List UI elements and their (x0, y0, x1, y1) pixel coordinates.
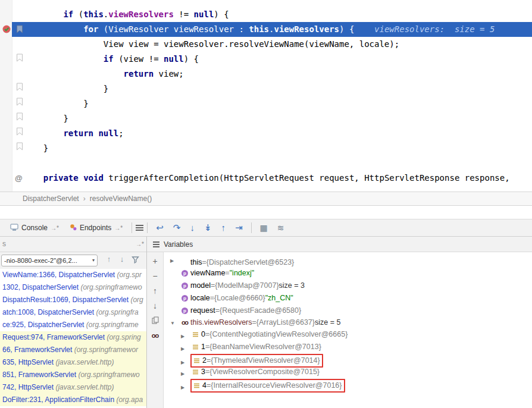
code-line[interactable]: View view = viewResolver.resolveViewName… (23, 37, 532, 52)
frame-package: (org (130, 296, 143, 304)
frame-row[interactable]: 742, HttpServlet (javax.servlet.http) (0, 381, 146, 394)
code-line[interactable]: for (ViewResolver viewResolver : this.vi… (23, 22, 532, 37)
step-out-icon[interactable]: ↑ (221, 219, 226, 236)
menu-icon[interactable] (136, 225, 143, 231)
frame-row[interactable]: atch:1008, DispatcherServlet (org.spring… (0, 306, 146, 319)
code-line[interactable]: } (23, 111, 532, 126)
variable-size-hint: size = 5 (315, 316, 340, 329)
equals-sign: = (205, 366, 209, 378)
frame-row[interactable]: 851, FrameworkServlet (org.springframewo (0, 369, 146, 381)
code-area: if (this.viewResolvers != null) {for (Vi… (23, 7, 532, 186)
parameter-icon: p (181, 307, 190, 314)
variable-row[interactable]: plocale = {Locale@6660} "zh_CN" (164, 291, 532, 304)
debug-extra-actions: ▦≋ (255, 219, 289, 236)
thread-dropdown[interactable]: -nio-8080-exec-2"@6,2... ▾ (1, 255, 98, 266)
variable-content: plocale = {Locale@6660} "zh_CN" (180, 293, 295, 304)
code-line[interactable]: } (23, 141, 532, 156)
move-watch-up-icon[interactable]: ↑ (153, 287, 157, 296)
step-into-icon[interactable]: ↓ (190, 219, 195, 236)
frame-location: atch:1008, DispatcherServlet (2, 308, 96, 316)
equals-sign: = (211, 280, 215, 292)
debug-step-actions: ↩↷↓↡↑⇥ (151, 219, 247, 236)
code-line[interactable]: if (view != null) { (23, 52, 532, 67)
tab-endpoints[interactable]: Endpoints →* (64, 219, 128, 236)
force-step-into-icon[interactable]: ↡ (204, 219, 212, 236)
variables-menu-icon[interactable] (153, 241, 159, 247)
panel-headers: s →* Variables (0, 237, 532, 252)
previous-frame-icon[interactable]: ↑ (104, 255, 114, 263)
thread-selector-row: -nio-8080-exec-2"@6,2... ▾ ↑ ↓ (0, 252, 146, 269)
breadcrumb-item-class[interactable]: DispatcherServlet (23, 194, 79, 203)
variable-row[interactable]: ▶1 = {BeanNameViewResolver@7013} (164, 341, 532, 354)
code-token: null (194, 10, 214, 19)
expand-arrow-icon[interactable]: ▶ (170, 255, 180, 267)
variable-name: 0 (201, 328, 205, 341)
expand-arrow-icon[interactable]: ▶ (181, 330, 190, 343)
variable-row[interactable]: ▶3 = {ViewResolverComposite@7015} (164, 366, 532, 379)
expand-arrow-icon[interactable]: ▶ (181, 381, 190, 394)
pin-icon: →* (51, 225, 59, 231)
array-element-icon (192, 344, 201, 350)
breakpoint-verified-icon[interactable] (2, 24, 11, 34)
frame-row[interactable]: Request:974, FrameworkServlet (org.sprin… (0, 331, 146, 344)
code-line[interactable]: return null; (23, 126, 532, 141)
variable-value: {RequestFacade@6580} (220, 305, 301, 317)
code-line[interactable]: return view; (23, 67, 532, 81)
code-line[interactable]: } (23, 81, 532, 96)
frames-pin-icon[interactable]: →* (136, 237, 144, 252)
annotation-gutter-icon: @ (15, 171, 23, 186)
expand-arrow-icon[interactable]: ▶ (181, 343, 190, 355)
step-over-icon[interactable]: ↷ (173, 219, 181, 236)
variable-name: 2 (202, 354, 206, 367)
code-token: } (63, 114, 68, 123)
variable-row[interactable]: ▶2 = {ThymeleafViewResolver@7014} (164, 354, 532, 366)
frame-package: (org.apa (116, 396, 143, 404)
breadcrumb-item-method[interactable]: resolveViewName() (90, 194, 152, 203)
copy-icon[interactable] (152, 316, 159, 325)
code-line[interactable]: private void triggerAfterCompletion(Http… (23, 171, 532, 186)
variable-row[interactable]: ▼oothis.viewResolvers = {ArrayList@6637}… (164, 316, 532, 329)
frame-row[interactable]: DoFilter:231, ApplicationFilterChain (or… (0, 394, 146, 406)
variable-row[interactable]: pviewName = "indexj" (164, 266, 532, 279)
next-frame-icon[interactable]: ↓ (117, 255, 127, 263)
expand-arrow-icon[interactable]: ▼ (170, 317, 180, 329)
add-watch-icon[interactable]: + (152, 257, 157, 266)
variable-name: request (190, 305, 215, 317)
move-watch-down-icon[interactable]: ↓ (153, 302, 157, 310)
variable-row[interactable]: pmodel = {ModelMap@7007} size = 3 (164, 279, 532, 291)
frame-row[interactable]: 635, HttpServlet (javax.servlet.http) (0, 356, 146, 369)
array-element-icon (192, 331, 201, 338)
variable-content: pviewName = "indexj" (180, 268, 256, 279)
variable-row[interactable]: ▶4 = {InternalResourceViewResolver@7016} (164, 379, 532, 391)
variable-name: 3 (201, 366, 205, 378)
code-line[interactable]: if (this.viewResolvers != null) { (23, 7, 532, 22)
code-token: for (83, 24, 98, 34)
variable-row[interactable]: ▶this = {DispatcherServlet@6523} (164, 254, 532, 266)
remove-watch-icon[interactable]: − (152, 272, 157, 281)
code-token: this (249, 24, 269, 34)
frame-row[interactable]: 1302, DispatcherServlet (org.springframe… (0, 281, 146, 294)
view-breakpoints-icon[interactable]: ▦ (260, 219, 268, 236)
show-watches-icon[interactable]: oo (152, 331, 158, 340)
variable-row[interactable]: ▶0 = {ContentNegotiatingViewResolver@666… (164, 329, 532, 341)
code-token: View view = viewResolver.resolveViewName… (104, 39, 399, 49)
frames-panel: -nio-8080-exec-2"@6,2... ▾ ↑ ↓ ViewName:… (0, 252, 146, 408)
frame-row[interactable]: ce:925, DispatcherServlet (org.springfra… (0, 319, 146, 331)
run-to-cursor-icon[interactable]: ⇥ (235, 219, 243, 236)
code-line[interactable] (23, 156, 532, 171)
frame-package: (org.springframewo (80, 283, 142, 291)
show-execution-point-icon[interactable]: ↩ (156, 219, 164, 236)
variable-row[interactable]: prequest = {RequestFacade@6580} (164, 304, 532, 316)
frame-location: DoFilter:231, ApplicationFilterChain (2, 396, 116, 404)
parameter-icon: p (181, 283, 190, 289)
mute-breakpoints-icon[interactable]: ≋ (277, 219, 284, 236)
code-line[interactable]: } (23, 96, 532, 111)
filter-frames-icon[interactable] (130, 256, 140, 265)
expand-arrow-icon[interactable]: ▶ (181, 368, 190, 380)
tab-console[interactable]: Console →* (5, 219, 64, 236)
variable-string-value: "indexj" (230, 267, 255, 280)
frames-list: ViewName:1366, DispatcherServlet (org.sp… (0, 269, 146, 406)
frame-row[interactable]: 66, FrameworkServlet (org.springframewor (0, 344, 146, 356)
frame-row[interactable]: DispatchResult:1069, DispatcherServlet (… (0, 294, 146, 306)
frame-row[interactable]: ViewName:1366, DispatcherServlet (org.sp… (0, 269, 146, 281)
